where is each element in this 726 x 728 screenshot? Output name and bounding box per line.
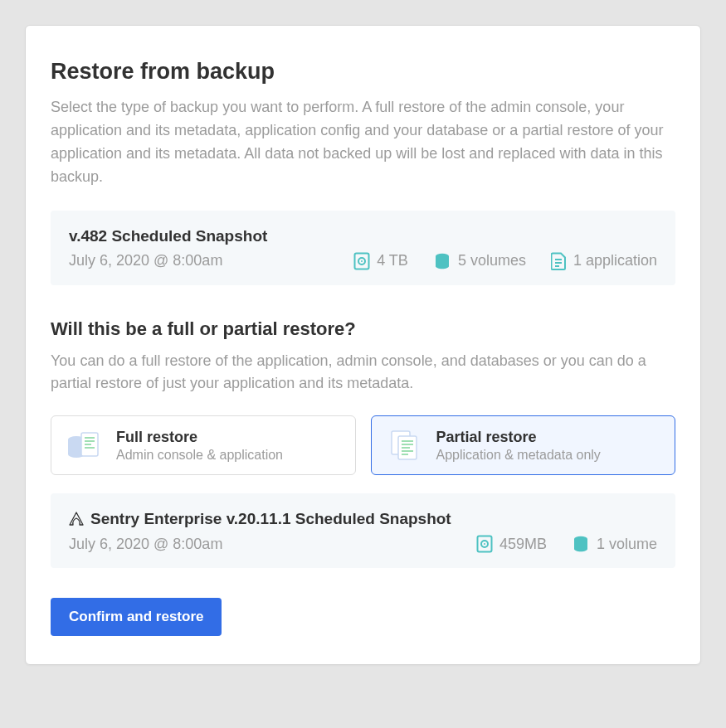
partial-restore-text: Partial restore Application & metadata o… bbox=[436, 429, 601, 463]
snapshot-title: v.482 Scheduled Snapshot bbox=[69, 227, 657, 245]
snapshot-apps-stat: 1 application bbox=[551, 252, 657, 270]
snapshot-details-row: July 6, 2020 @ 8:00am 4 TB 5 volumes 1 a… bbox=[69, 252, 657, 270]
secondary-snapshot-volumes-value: 1 volume bbox=[597, 536, 657, 553]
page-title: Restore from backup bbox=[51, 59, 675, 85]
full-restore-text: Full restore Admin console & application bbox=[116, 429, 283, 463]
secondary-snapshot-size-value: 459MB bbox=[499, 536, 547, 553]
full-restore-subtitle: Admin console & application bbox=[116, 448, 283, 463]
secondary-snapshot-date: July 6, 2020 @ 8:00am bbox=[69, 536, 451, 553]
disk-icon bbox=[476, 535, 493, 553]
primary-snapshot-card: v.482 Scheduled Snapshot July 6, 2020 @ … bbox=[51, 211, 675, 285]
snapshot-date: July 6, 2020 @ 8:00am bbox=[69, 252, 329, 269]
page-description: Select the type of backup you want to pe… bbox=[51, 96, 665, 189]
secondary-snapshot-details-row: July 6, 2020 @ 8:00am 459MB 1 volume bbox=[69, 535, 657, 553]
restore-type-options: Full restore Admin console & application… bbox=[51, 415, 675, 475]
full-restore-title: Full restore bbox=[116, 429, 283, 446]
confirm-restore-button[interactable]: Confirm and restore bbox=[51, 598, 222, 636]
disk-icon bbox=[353, 252, 370, 270]
secondary-snapshot-volumes-stat: 1 volume bbox=[572, 535, 657, 553]
restore-type-heading: Will this be a full or partial restore? bbox=[51, 318, 675, 340]
full-restore-option[interactable]: Full restore Admin console & application bbox=[51, 415, 356, 475]
full-restore-icon bbox=[66, 428, 103, 463]
partial-restore-subtitle: Application & metadata only bbox=[436, 448, 601, 463]
snapshot-volumes-value: 5 volumes bbox=[458, 252, 526, 269]
snapshot-size-stat: 4 TB bbox=[353, 252, 408, 270]
secondary-snapshot-title: Sentry Enterprise v.20.11.1 Scheduled Sn… bbox=[90, 510, 451, 528]
partial-restore-title: Partial restore bbox=[436, 429, 601, 446]
restore-type-description: You can do a full restore of the applica… bbox=[51, 350, 675, 396]
restore-dialog: Restore from backup Select the type of b… bbox=[25, 25, 701, 665]
svg-point-2 bbox=[361, 260, 363, 262]
snapshot-size-value: 4 TB bbox=[377, 252, 408, 269]
snapshot-volumes-stat: 5 volumes bbox=[433, 252, 526, 270]
partial-restore-icon bbox=[387, 428, 423, 463]
document-icon bbox=[551, 252, 567, 270]
snapshot-apps-value: 1 application bbox=[573, 252, 657, 269]
sentry-icon bbox=[69, 512, 84, 527]
secondary-snapshot-title-row: Sentry Enterprise v.20.11.1 Scheduled Sn… bbox=[69, 510, 657, 528]
partial-restore-option[interactable]: Partial restore Application & metadata o… bbox=[371, 415, 676, 475]
database-icon bbox=[572, 535, 590, 553]
secondary-snapshot-size-stat: 459MB bbox=[476, 535, 547, 553]
database-icon bbox=[433, 252, 451, 270]
secondary-snapshot-card: Sentry Enterprise v.20.11.1 Scheduled Sn… bbox=[51, 493, 675, 568]
svg-point-24 bbox=[484, 543, 485, 545]
